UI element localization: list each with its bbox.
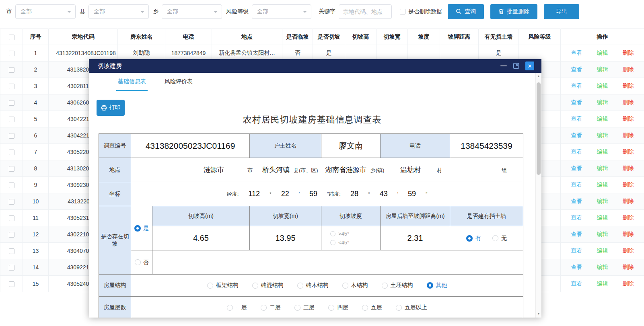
- view-link[interactable]: 查看: [571, 99, 582, 105]
- floors-5-radio[interactable]: [362, 305, 368, 311]
- delete-link[interactable]: 删除: [623, 214, 634, 221]
- cut-exist-no-radio[interactable]: [135, 259, 141, 265]
- floors-5plus-radio[interactable]: [396, 305, 402, 311]
- row-checkbox[interactable]: [9, 67, 14, 73]
- delete-link[interactable]: 删除: [623, 99, 634, 105]
- structure-wood-radio[interactable]: [342, 283, 348, 289]
- view-link[interactable]: 查看: [571, 82, 582, 89]
- floors-4-radio[interactable]: [328, 305, 334, 311]
- scroll-down-icon[interactable]: ▼: [536, 311, 541, 317]
- chevron-down-icon: [67, 11, 71, 13]
- edit-link[interactable]: 编辑: [597, 115, 608, 122]
- print-button[interactable]: 打印: [97, 100, 125, 116]
- township-select[interactable]: 全部: [162, 4, 222, 19]
- view-link[interactable]: 查看: [571, 247, 582, 254]
- view-link[interactable]: 查看: [571, 165, 582, 171]
- delete-link[interactable]: 删除: [623, 82, 634, 89]
- delete-link[interactable]: 删除: [623, 148, 634, 155]
- delete-link[interactable]: 删除: [623, 66, 634, 72]
- view-link[interactable]: 查看: [571, 280, 582, 287]
- view-link[interactable]: 查看: [571, 49, 582, 56]
- close-icon[interactable]: ✕: [525, 62, 534, 70]
- edit-link[interactable]: 编辑: [597, 198, 608, 204]
- row-checkbox[interactable]: [9, 100, 14, 106]
- view-link[interactable]: 查看: [571, 231, 582, 237]
- row-checkbox[interactable]: [9, 117, 14, 122]
- view-link[interactable]: 查看: [571, 66, 582, 72]
- modal-title: 切坡建房: [98, 62, 122, 70]
- wall-no-radio[interactable]: [492, 235, 498, 241]
- row-checkbox[interactable]: [9, 265, 14, 271]
- slope-lt45-radio[interactable]: [330, 240, 335, 245]
- edit-link[interactable]: 编辑: [597, 181, 608, 188]
- edit-link[interactable]: 编辑: [597, 280, 608, 287]
- row-checkbox[interactable]: [9, 232, 14, 238]
- slope-gt45-radio[interactable]: [330, 231, 335, 236]
- edit-link[interactable]: 编辑: [597, 214, 608, 221]
- county-select[interactable]: 全部: [88, 4, 149, 19]
- delete-link[interactable]: 删除: [623, 49, 634, 56]
- query-button[interactable]: 查询: [448, 4, 484, 19]
- floors-2-radio[interactable]: [261, 305, 267, 311]
- floors-3-radio[interactable]: [294, 305, 300, 311]
- edit-link[interactable]: 编辑: [597, 165, 608, 171]
- scrollbar-thumb[interactable]: [537, 82, 541, 175]
- view-link[interactable]: 查看: [571, 214, 582, 221]
- select-all-checkbox[interactable]: [9, 35, 14, 40]
- structure-brick-concrete-radio[interactable]: [252, 283, 258, 289]
- view-link[interactable]: 查看: [571, 148, 582, 155]
- row-checkbox[interactable]: [9, 281, 14, 287]
- export-button[interactable]: 导出: [544, 4, 579, 19]
- view-link[interactable]: 查看: [571, 198, 582, 204]
- delete-link[interactable]: 删除: [623, 198, 634, 204]
- delete-link[interactable]: 删除: [623, 132, 634, 138]
- row-checkbox[interactable]: [9, 51, 14, 56]
- keyword-input[interactable]: [339, 4, 392, 19]
- delete-link[interactable]: 删除: [623, 165, 634, 171]
- tab-basic-info[interactable]: 基础信息表: [116, 73, 148, 91]
- structure-other-radio[interactable]: [427, 282, 433, 289]
- delete-link[interactable]: 删除: [623, 115, 634, 122]
- row-checkbox[interactable]: [9, 166, 14, 172]
- edit-link[interactable]: 编辑: [597, 132, 608, 138]
- delete-link[interactable]: 删除: [623, 247, 634, 254]
- floors-1-radio[interactable]: [227, 305, 233, 311]
- show-deleted-checkbox[interactable]: [400, 9, 405, 14]
- view-link[interactable]: 查看: [571, 132, 582, 138]
- structure-brick-wood-radio[interactable]: [297, 283, 303, 289]
- delete-link[interactable]: 删除: [623, 264, 634, 270]
- edit-link[interactable]: 编辑: [597, 264, 608, 270]
- city-select-value: 全部: [21, 8, 32, 15]
- structure-adobe-radio[interactable]: [382, 283, 388, 289]
- delete-link[interactable]: 删除: [623, 181, 634, 188]
- edit-link[interactable]: 编辑: [597, 99, 608, 105]
- view-link[interactable]: 查看: [571, 181, 582, 188]
- edit-link[interactable]: 编辑: [597, 247, 608, 254]
- structure-frame-radio[interactable]: [207, 283, 213, 289]
- batch-delete-button[interactable]: 批量删除: [490, 4, 537, 19]
- scroll-up-icon[interactable]: ▲: [536, 74, 541, 79]
- edit-link[interactable]: 编辑: [597, 231, 608, 237]
- maximize-icon[interactable]: [513, 63, 519, 69]
- edit-link[interactable]: 编辑: [597, 82, 608, 89]
- wall-yes-radio[interactable]: [466, 235, 473, 242]
- view-link[interactable]: 查看: [571, 115, 582, 122]
- row-checkbox[interactable]: [9, 84, 14, 89]
- city-select[interactable]: 全部: [15, 4, 76, 19]
- row-checkbox[interactable]: [9, 248, 14, 254]
- row-checkbox[interactable]: [9, 133, 14, 139]
- edit-link[interactable]: 编辑: [597, 49, 608, 56]
- tab-risk-evaluation[interactable]: 风险评价表: [163, 73, 194, 91]
- risk-level-select[interactable]: 全部: [252, 4, 311, 19]
- row-checkbox[interactable]: [9, 215, 14, 221]
- row-checkbox[interactable]: [9, 150, 14, 155]
- delete-link[interactable]: 删除: [623, 231, 634, 237]
- delete-link[interactable]: 删除: [623, 280, 634, 287]
- edit-link[interactable]: 编辑: [597, 148, 608, 155]
- minimize-icon[interactable]: [500, 66, 507, 66]
- row-checkbox[interactable]: [9, 182, 14, 188]
- cut-exist-yes-radio[interactable]: [134, 225, 141, 232]
- row-checkbox[interactable]: [9, 199, 14, 205]
- edit-link[interactable]: 编辑: [597, 66, 608, 72]
- view-link[interactable]: 查看: [571, 264, 582, 270]
